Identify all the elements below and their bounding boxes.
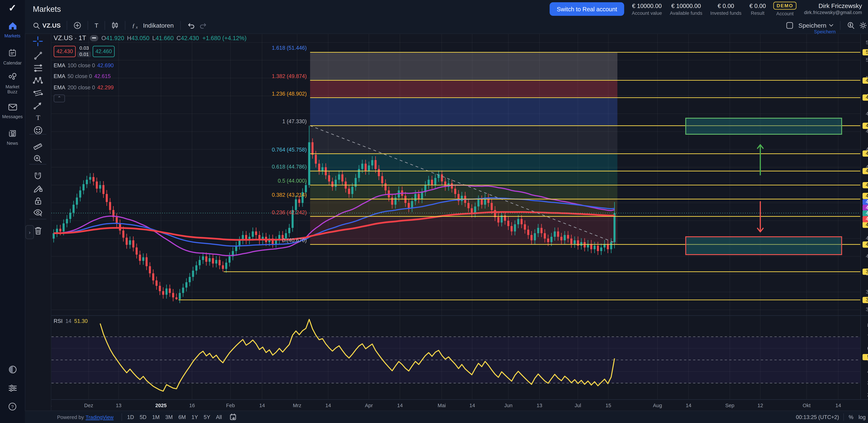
stat-value: € 10000.00: [671, 2, 701, 9]
tool-crosshair[interactable]: [32, 36, 43, 47]
hide-all-icon: [33, 209, 43, 217]
scale-tick: 80.00: [863, 322, 868, 328]
brand-logo[interactable]: ✓: [0, 2, 25, 16]
tool-text[interactable]: T: [32, 112, 43, 123]
sidebar-item-markets[interactable]: Markets: [0, 22, 25, 38]
lock-all-icon: [34, 197, 42, 205]
sidebar-footer-theme[interactable]: [0, 365, 25, 376]
tool-arrow[interactable]: [32, 100, 43, 111]
scale-price-label: 37.560: [863, 297, 868, 303]
tool-trend-line[interactable]: [32, 50, 43, 61]
sell-button[interactable]: 42.430: [54, 46, 76, 57]
range-5y[interactable]: 5Y: [201, 414, 213, 420]
panel-square-icon: [786, 22, 794, 30]
ruler-icon: [33, 142, 43, 151]
tool-parallel-channel[interactable]: [32, 87, 43, 98]
scale-price-label: 43.214: [863, 193, 868, 199]
tool-xabcd-pattern[interactable]: [32, 75, 43, 86]
range-3m[interactable]: 3M: [162, 414, 176, 420]
chart-style-button[interactable]: [109, 22, 121, 30]
buy-button[interactable]: 42.460: [93, 46, 115, 57]
redo-icon: [199, 22, 207, 29]
scale-tick: 37.000: [863, 307, 868, 313]
sidebar-item-news[interactable]: News: [0, 129, 25, 146]
contrast-icon: [8, 365, 17, 374]
scale-price-label: 42.430: [863, 210, 868, 216]
trend-line-icon: [33, 51, 42, 60]
undo-button[interactable]: [185, 22, 197, 29]
scale-tick: 48.000: [863, 111, 868, 117]
time-axis[interactable]: 4Dez13202516Feb14Mrz14Apr14Mai14Jun13Jul…: [25, 399, 868, 412]
tool-ruler[interactable]: [32, 141, 43, 152]
sidebar-item-messages[interactable]: Messages: [0, 103, 25, 119]
layout-panel-button[interactable]: [784, 22, 796, 30]
tool-fib-retracement[interactable]: [32, 62, 43, 74]
svg-text:ƒ: ƒ: [132, 22, 135, 28]
scale-mode-percent[interactable]: %: [848, 414, 854, 420]
indicators-button[interactable]: ƒx Indikatoren: [129, 22, 176, 29]
tool-magnet[interactable]: [32, 170, 43, 181]
sidebar-item-calendar[interactable]: Calendar: [0, 49, 25, 66]
scale-price-label: 44.000: [863, 182, 868, 188]
redo-button[interactable]: [197, 22, 209, 29]
range-1d[interactable]: 1D: [124, 414, 137, 420]
price-scale[interactable]: 52.00051.00050.00049.00048.00047.00046.0…: [860, 33, 868, 399]
sidebar-footer-help[interactable]: ?: [0, 402, 25, 413]
sidebar-footer-preferences[interactable]: [0, 384, 25, 395]
tool-hide-all[interactable]: [32, 207, 43, 218]
scale-tick: 20.00: [863, 392, 868, 398]
symbol-search-button[interactable]: VZ.US: [31, 22, 63, 29]
scale-price-label: 39.140: [863, 269, 868, 275]
tool-drawing-mode-lock[interactable]: [32, 182, 43, 194]
drawing-toolbar: T: [25, 33, 51, 411]
time-tick: Apr: [365, 403, 373, 408]
scale-mode-log[interactable]: log: [859, 414, 866, 420]
tool-lock-all[interactable]: [32, 195, 43, 206]
svg-text:x: x: [136, 25, 138, 29]
time-tick: Okt: [803, 403, 811, 408]
legend-more-icon[interactable]: [90, 35, 98, 41]
indicator-value: 42.690: [97, 62, 114, 68]
xabcd-pattern-icon: [33, 76, 43, 85]
fib-retracement-icon: [33, 64, 42, 72]
chart-legend: VZ.US · 1T O41.920H43.050L41.660C42.430 …: [54, 34, 247, 102]
drawing-mode-lock-icon: [33, 184, 42, 193]
range-1m[interactable]: 1M: [149, 414, 162, 420]
tool-zoom-in[interactable]: [32, 153, 43, 165]
indicator-row[interactable]: EMA 100 close 0 42.690: [54, 62, 247, 68]
indicator-row[interactable]: EMA 200 close 0 42.299: [54, 84, 247, 90]
time-tick: 14: [686, 403, 691, 408]
crosshair-icon: [33, 36, 43, 47]
time-tick: Jun: [504, 403, 513, 408]
switch-to-real-account-button[interactable]: Switch to Real account: [550, 2, 624, 16]
range-6m[interactable]: 6M: [176, 414, 189, 420]
time-tick: Dez: [84, 403, 93, 408]
ohlc-values: O41.920H43.050L41.660C42.430: [101, 34, 199, 41]
legend-symbol[interactable]: VZ.US · 1T: [54, 34, 86, 41]
scale-tick: 38.000: [863, 289, 868, 295]
goto-date-button[interactable]: [227, 414, 239, 421]
range-all[interactable]: All: [213, 414, 225, 420]
tradingview-link[interactable]: TradingView: [86, 414, 114, 420]
sidebar-item-label: MarketBuzz: [0, 84, 25, 94]
time-tick: 14: [469, 403, 475, 408]
time-tick: 13: [536, 403, 542, 408]
legend-collapse-button[interactable]: ⌃: [54, 94, 65, 102]
interval-button[interactable]: T: [92, 22, 101, 29]
sidebar-item-market-buzz[interactable]: MarketBuzz: [0, 72, 25, 94]
indicator-name: EMA: [54, 62, 65, 68]
user-info[interactable]: Dirk Friczewsky dirk.friczewsky@gmail.co…: [804, 2, 862, 15]
clock[interactable]: 00:13:25 (UTC+2): [796, 414, 839, 420]
watchlist-expander[interactable]: ›: [25, 225, 34, 239]
range-1y[interactable]: 1Y: [189, 414, 201, 420]
app-sidebar: ✓ Markets Calendar MarketBuzz Messages N…: [0, 0, 25, 423]
save-layout-button[interactable]: Speichern: [796, 22, 836, 29]
undo-icon: [187, 22, 195, 29]
compare-add-button[interactable]: [71, 22, 84, 30]
quick-search-button[interactable]: [844, 22, 857, 30]
chevron-down-icon: [829, 24, 834, 27]
indicator-row[interactable]: EMA 50 close 0 42.615: [54, 73, 247, 79]
bolt-search-icon: [847, 22, 855, 30]
range-5d[interactable]: 5D: [137, 414, 149, 420]
settings-button[interactable]: [857, 22, 868, 30]
